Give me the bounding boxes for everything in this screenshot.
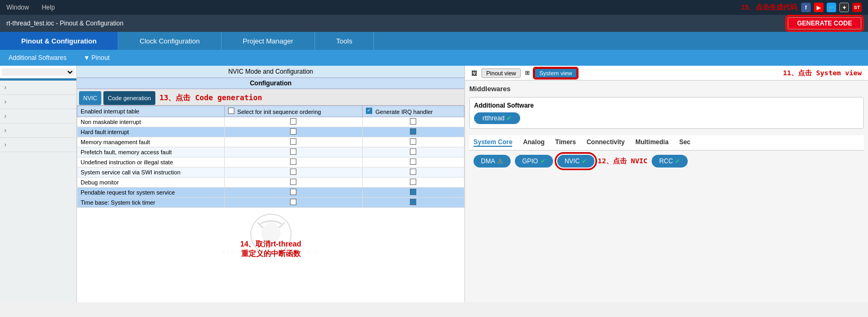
select-checkbox-5[interactable] [290, 169, 296, 175]
table-row: Hard fault interrupt [77, 127, 464, 137]
panel-title: NVIC Mode and Configuration [77, 66, 464, 78]
generate-code-button[interactable]: GENERATE CODE [787, 17, 862, 30]
warning-icon: ⚠ [497, 157, 503, 165]
interrupt-table-container[interactable]: Enabled interrupt table Select for init … [77, 105, 464, 208]
interrupt-name: System service call via SWI instruction [77, 168, 225, 178]
tab-pinout-configuration[interactable]: Pinout & Configuration [0, 32, 118, 50]
top-bar-menu-area: Window Help [6, 4, 55, 11]
separator: - [56, 20, 59, 27]
generate-checkbox-2[interactable] [410, 138, 416, 145]
tab-tools[interactable]: Tools [315, 32, 374, 50]
dma-button[interactable]: DMA ⚠ [474, 155, 511, 168]
file-name: rt-thread_test.ioc [6, 20, 54, 27]
youtube-icon[interactable]: ▶ [814, 3, 823, 12]
right-content: Middlewares Additional Software rtthread… [465, 81, 868, 302]
generate-checkbox-3[interactable] [410, 148, 416, 155]
select-cell[interactable] [224, 127, 362, 137]
right-main-content: Middlewares Additional Software rtthread… [465, 81, 868, 302]
generate-cell[interactable] [362, 117, 464, 127]
help-menu[interactable]: Help [42, 4, 55, 11]
sidebar-item-2[interactable]: › [0, 95, 76, 109]
generate-checkbox[interactable]: ✓ [366, 108, 372, 114]
generate-checkbox-0[interactable] [410, 118, 416, 125]
generate-checkbox-4[interactable] [410, 158, 416, 165]
table-row: Prefetch fault, memory access fault [77, 147, 464, 157]
additional-software-title: Additional Software [474, 102, 859, 109]
table-row: Memory management fault [77, 137, 464, 147]
generate-checkbox-6[interactable] [410, 179, 416, 185]
pinout-view-icon: 🖼 [471, 70, 477, 76]
select-checkbox-3[interactable] [290, 148, 296, 155]
sidebar-item-4[interactable]: › [0, 124, 76, 138]
select-checkbox-0[interactable] [290, 118, 296, 125]
check-icon: ✔ [506, 115, 512, 122]
table-row: Debug monitor [77, 178, 464, 188]
col-header-select: Select for init sequence ordering [224, 106, 362, 117]
watermark-text: XIAO NIU ZHI SHI KU [221, 248, 320, 256]
sidebar-item-3[interactable]: › [0, 109, 76, 124]
table-row: Non maskable interrupt [77, 117, 464, 127]
watermark: XIAO NIU ZHI SHI KU [77, 208, 464, 237]
main-tabs: Pinout & Configuration Clock Configurati… [0, 32, 868, 50]
facebook-icon[interactable]: f [801, 3, 811, 12]
annotation-13: 13、点击 Code generation [155, 91, 267, 105]
right-view-bar: 🖼 Pinout view ⊞ System view 11、点击 System… [465, 66, 868, 81]
select-checkbox-2[interactable] [290, 138, 296, 145]
select-checkbox-6[interactable] [290, 179, 296, 185]
check-icon-gpio: ✔ [540, 157, 546, 165]
table-row: System service call via SWI instruction [77, 168, 464, 178]
table-row: Undefined instruction or illegal state [77, 157, 464, 168]
sidebar-item-5[interactable]: › [0, 138, 76, 152]
tab-project-manager[interactable]: Project Manager [222, 32, 315, 50]
tab-clock-configuration[interactable]: Clock Configuration [118, 32, 221, 50]
svg-point-1 [261, 223, 280, 244]
middle-panel: NVIC Mode and Configuration Configuratio… [77, 66, 465, 302]
table-row: Time base: System tick timer [77, 198, 464, 208]
nvic-button[interactable]: NVIC ✔ [557, 155, 595, 168]
code-generation-tab-button[interactable]: Code generation [103, 91, 155, 105]
interrupt-name: Undefined instruction or illegal state [77, 157, 225, 168]
generate-checkbox-8[interactable] [410, 199, 416, 205]
rcc-button[interactable]: RCC ✔ [652, 155, 688, 168]
social-icons: f ▶ 🐦 ✦ ST [801, 3, 862, 12]
cat-system-core[interactable]: System Core [474, 138, 512, 147]
interrupt-name: Non maskable interrupt [77, 117, 225, 127]
generate-checkbox-7[interactable] [410, 189, 416, 195]
section-name: Pinout & Configuration [60, 20, 124, 27]
sidebar-select[interactable] [2, 68, 74, 76]
sidebar-item-1[interactable]: › [0, 81, 76, 95]
content-area: › › › › › NVIC Mode and Configuration Co… [0, 66, 868, 302]
gpio-button[interactable]: GPIO ✔ [515, 155, 553, 168]
sidebar-dropdown[interactable] [0, 66, 76, 78]
interrupt-name: Debug monitor [77, 178, 225, 188]
chevron-icon-1: › [4, 84, 6, 91]
select-checkbox-8[interactable] [290, 199, 296, 205]
left-sidebar: › › › › › [0, 66, 77, 302]
interrupt-name: Prefetch fault, memory access fault [77, 147, 225, 157]
right-panel: 🖼 Pinout view ⊞ System view 11、点击 System… [465, 66, 868, 302]
system-view-icon: ⊞ [525, 69, 530, 76]
generate-checkbox-1[interactable] [410, 128, 416, 135]
select-cell[interactable] [224, 117, 362, 127]
generate-cell[interactable] [362, 127, 464, 137]
pinout-view-button[interactable]: Pinout view [481, 68, 521, 78]
cat-multimedia[interactable]: Multimedia [635, 138, 669, 147]
select-checkbox-7[interactable] [290, 189, 296, 195]
cat-sec[interactable]: Sec [679, 138, 690, 147]
select-checkbox-4[interactable] [290, 158, 296, 165]
system-view-button[interactable]: System view [534, 68, 577, 78]
cat-connectivity[interactable]: Connectivity [586, 138, 625, 147]
twitter-icon[interactable]: 🐦 [827, 3, 836, 12]
cat-timers[interactable]: Timers [555, 138, 576, 147]
select-checkbox-1[interactable] [290, 128, 296, 135]
rtthread-button[interactable]: rtthread ✔ [474, 112, 520, 124]
components-grid: DMA ⚠ GPIO ✔ NVIC ✔ 12、点击 NVIC [469, 151, 864, 172]
sub-tab-pinout[interactable]: ▼ Pinout [79, 52, 113, 64]
cat-analog[interactable]: Analog [523, 138, 545, 147]
sub-tab-additional-softwares[interactable]: Additional Softwares [4, 52, 71, 64]
window-menu[interactable]: Window [6, 4, 29, 11]
generate-checkbox-5[interactable] [410, 169, 416, 175]
nvic-tab-button[interactable]: NVIC [79, 91, 101, 105]
select-checkbox[interactable] [228, 108, 234, 114]
network-icon[interactable]: ✦ [839, 3, 849, 12]
